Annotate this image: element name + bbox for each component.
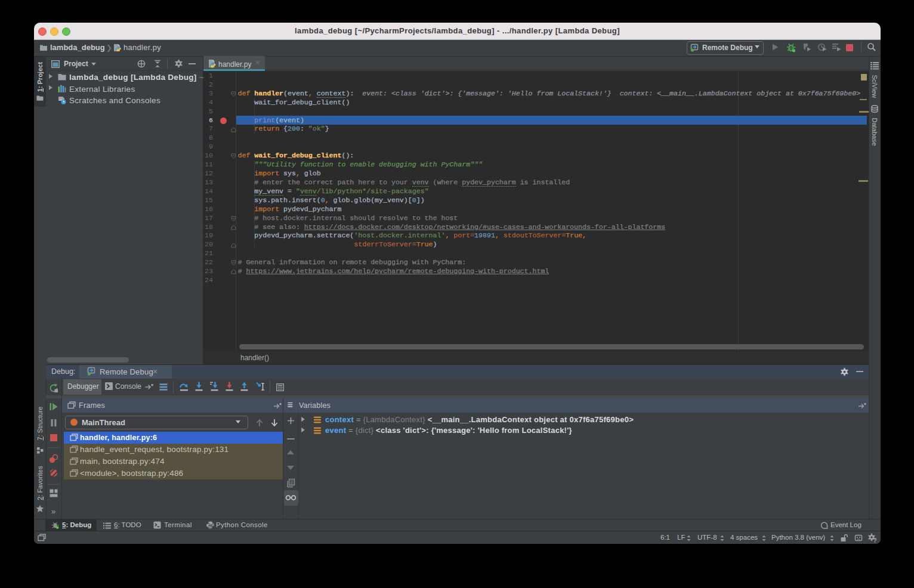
svg-text:?: ? <box>873 537 877 543</box>
